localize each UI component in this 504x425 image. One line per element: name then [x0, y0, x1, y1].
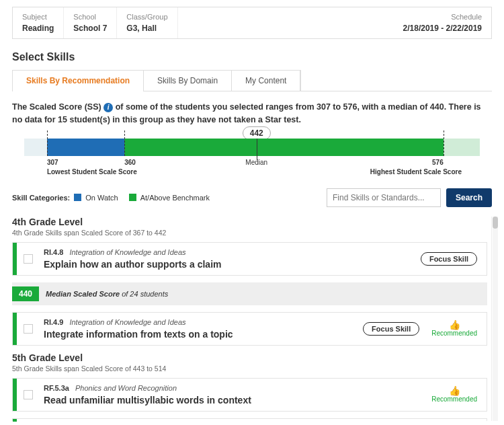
skill-check-col: [17, 243, 40, 275]
header-class-label: Class/Group: [126, 13, 167, 21]
bar-seg-post: [444, 139, 480, 156]
controls-row: Skill Categories: On Watch At/Above Benc…: [12, 188, 492, 207]
skill-right: Focus Skill 👍 Recommended: [353, 313, 487, 345]
median-text-bold: Median Scaled Score: [46, 290, 120, 298]
tab-recommendation[interactable]: Skills By Recommendation: [13, 71, 144, 92]
recommended-label: Recommended: [431, 395, 477, 403]
skill-card-stub: [12, 418, 487, 421]
median-text-rest: of 24 students: [120, 290, 168, 298]
skill-body: RF.5.3a Phonics and Word Recognition Rea…: [40, 379, 422, 411]
tab-domain[interactable]: Skills By Domain: [144, 71, 232, 91]
recommended-badge: 👍 Recommended: [431, 386, 477, 403]
skill-card[interactable]: RI.4.9 Integration of Knowledge and Idea…: [12, 312, 487, 346]
skill-meta: RI.4.9 Integration of Knowledge and Idea…: [44, 318, 349, 326]
skill-strip-icon: [13, 419, 17, 422]
skill-title: Explain how an author supports a claim: [44, 259, 407, 270]
skill-title: Read unfamiliar multisyllabic words in c…: [44, 395, 418, 405]
scaled-score-summary: The Scaled Score (SS) i of some of the s…: [12, 101, 492, 126]
bar-seg-benchmark: [124, 139, 444, 156]
skill-body: RI.4.9 Integration of Knowledge and Idea…: [40, 313, 353, 345]
median-bubble: 442: [243, 126, 271, 140]
recommended-badge: 👍 Recommended: [431, 320, 477, 337]
header-school-value: School 7: [73, 24, 107, 33]
skill-body: RI.4.8 Integration of Knowledge and Idea…: [40, 243, 411, 275]
skill-code: RF.5.3a: [44, 384, 69, 392]
swatch-blue-icon: [74, 194, 81, 201]
header-schedule: Schedule 2/18/2019 - 2/22/2019: [394, 7, 491, 38]
score-text-part-a: The Scaled Score (SS): [12, 102, 103, 112]
tick-low: [47, 130, 48, 156]
header-class-value: G3, Hall: [126, 24, 167, 33]
thumbs-up-icon: 👍: [431, 386, 477, 395]
header-school: School School 7: [64, 7, 117, 38]
skill-category: Integration of Knowledge and Ideas: [69, 318, 185, 326]
median-chip: 440: [12, 286, 39, 301]
tick-low-val: 307: [47, 159, 58, 166]
search-input[interactable]: [327, 188, 441, 207]
skill-meta: RF.5.3a Phonics and Word Recognition: [44, 384, 418, 392]
skill-card[interactable]: RI.4.8 Integration of Knowledge and Idea…: [12, 242, 487, 276]
header-schedule-value: 2/18/2019 - 2/22/2019: [403, 24, 482, 33]
scrollbar-track[interactable]: [493, 217, 498, 421]
thumbs-up-icon: 👍: [431, 320, 477, 330]
grade5-title: 5th Grade Level: [12, 352, 487, 363]
skill-code: RI.4.9: [44, 318, 63, 326]
scrollbar-thumb[interactable]: [493, 217, 498, 229]
tabs: Skills By Recommendation Skills By Domai…: [12, 70, 301, 91]
skill-checkbox[interactable]: [24, 254, 33, 264]
median-text: Median Scaled Score of 24 students: [46, 290, 168, 298]
skill-right: 👍 Recommended: [422, 379, 487, 411]
search-box: Search: [327, 188, 492, 207]
skill-category: Phonics and Word Recognition: [75, 384, 177, 392]
skill-category: Integration of Knowledge and Ideas: [69, 248, 185, 256]
tick-mid: [124, 130, 125, 156]
scale-chart: 442 Median 307 Lowest Student Scale Scor…: [24, 139, 480, 156]
tick-high: [444, 130, 444, 156]
skill-checkbox[interactable]: [24, 390, 33, 399]
header-subject-label: Subject: [22, 13, 54, 21]
skill-check-col: [17, 379, 40, 411]
focus-skill-pill: Focus Skill: [421, 252, 477, 266]
results-pane: 4th Grade Level 4th Grade Skills span Sc…: [12, 217, 492, 421]
skill-check-col: [17, 313, 40, 345]
median-line: [257, 139, 257, 160]
tick-high-label: Highest Student Scale Score: [370, 168, 462, 176]
legend-blue-label: On Watch: [85, 194, 118, 202]
header-schedule-label: Schedule: [403, 13, 482, 21]
header-card: Subject Reading School School 7 Class/Gr…: [12, 7, 492, 39]
grade4-title: 4th Grade Level: [12, 217, 487, 227]
skill-right: Focus Skill: [411, 243, 487, 275]
recommended-label: Recommended: [431, 330, 477, 337]
tick-mid-val: 360: [124, 159, 136, 166]
skill-card[interactable]: RF.5.3a Phonics and Word Recognition Rea…: [12, 378, 487, 412]
tick-high-val: 576: [432, 159, 444, 166]
grade4-sub: 4th Grade Skills span Scaled Score of 36…: [12, 229, 487, 237]
focus-skill-pill: Focus Skill: [363, 322, 419, 336]
header-subject: Subject Reading: [13, 7, 64, 38]
scale-bar: [24, 139, 480, 156]
skill-meta: RI.4.8 Integration of Knowledge and Idea…: [44, 248, 407, 256]
info-icon[interactable]: i: [103, 103, 113, 112]
bar-seg-pre: [24, 139, 47, 156]
legend: Skill Categories: On Watch At/Above Benc…: [12, 194, 216, 202]
header-school-label: School: [73, 13, 107, 21]
median-label: Median: [245, 159, 267, 166]
header-class: Class/Group G3, Hall: [117, 7, 177, 38]
legend-green-label: At/Above Benchmark: [140, 194, 210, 202]
tab-my-content[interactable]: My Content: [232, 71, 300, 91]
swatch-green-icon: [129, 194, 136, 201]
search-button[interactable]: Search: [446, 188, 492, 207]
legend-title: Skill Categories:: [12, 194, 70, 202]
bar-seg-on-watch: [47, 139, 124, 156]
grade5-sub: 5th Grade Skills span Scaled Score of 44…: [12, 364, 487, 373]
skill-checkbox[interactable]: [24, 324, 33, 334]
median-score-row: 440 Median Scaled Score of 24 students: [12, 282, 487, 305]
tick-low-label: Lowest Student Scale Score: [47, 168, 137, 176]
header-subject-value: Reading: [22, 24, 54, 33]
section-title: Select Skills: [12, 51, 492, 63]
skill-code: RI.4.8: [44, 248, 63, 256]
skill-title: Integrate information from texts on a to…: [44, 329, 349, 340]
